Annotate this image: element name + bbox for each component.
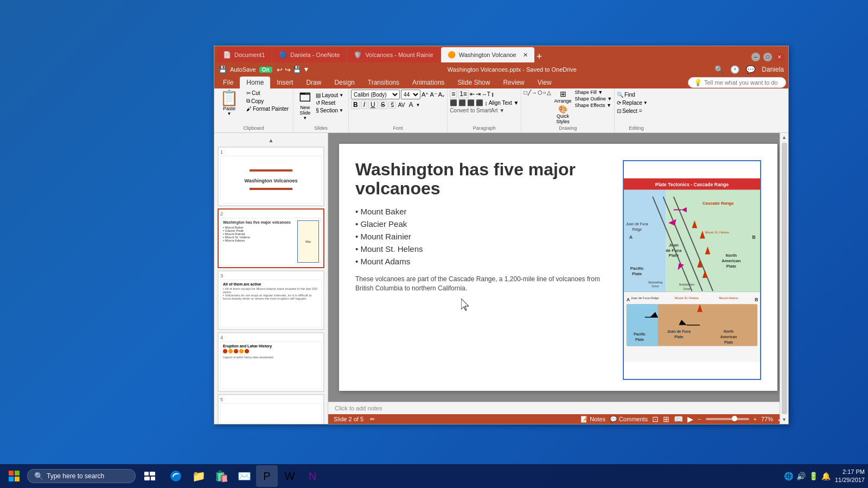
edge-icon[interactable] (165, 465, 187, 487)
powerpoint-taskbar-icon[interactable]: P (256, 465, 278, 487)
align-right-btn[interactable]: ⬛ (467, 99, 475, 106)
slide-thumb-1[interactable]: 1 Washington Volcanoes (218, 147, 324, 206)
user-search-icon[interactable]: 🔍 (714, 65, 724, 74)
shape-arrow[interactable]: → (532, 90, 537, 96)
shape-more[interactable]: ⬡ (538, 90, 542, 96)
mail-icon[interactable]: ✉️ (233, 465, 255, 487)
maximize-btn[interactable]: □ (763, 53, 772, 61)
more-options-btn[interactable]: ▼ (303, 66, 310, 73)
tab-volcanoes-rainie[interactable]: 🛡️ Volcanoes - Mount Rainie (347, 47, 439, 62)
clear-format-btn[interactable]: Aᵥ (438, 91, 445, 98)
notes-btn[interactable]: 📝 Notes (580, 416, 605, 423)
align-center-btn[interactable]: ⬛ (458, 99, 466, 106)
font-size-increase-btn[interactable]: A⁺ (422, 91, 429, 98)
tell-me-input[interactable] (704, 79, 780, 86)
normal-view-btn[interactable]: ⊡ (652, 415, 659, 423)
shape-effects-btn[interactable]: Shape Effects ▼ (575, 103, 612, 108)
tab-slideshow[interactable]: Slide Show (451, 77, 496, 88)
cut-button[interactable]: ✂ Cut (244, 90, 291, 97)
edit-icon[interactable]: ✏ (370, 416, 375, 423)
task-view-btn[interactable] (139, 465, 161, 487)
zoom-slider[interactable] (706, 418, 749, 420)
layout-button[interactable]: ▤ Layout ▼ (314, 92, 345, 99)
autosave-toggle[interactable]: On (259, 67, 272, 73)
columns-btn[interactable]: ⫿ (492, 91, 494, 97)
list-numbers-btn[interactable]: 1≡ (458, 90, 469, 98)
tab-close-btn[interactable]: ✕ (523, 52, 528, 59)
shape-oval[interactable]: ○ (543, 90, 546, 96)
tab-home[interactable]: Home (240, 77, 270, 88)
replace-button[interactable]: ⟳ Replace ▼ (617, 100, 656, 106)
font-color-area[interactable]: A (407, 101, 414, 109)
tab-review[interactable]: Review (496, 77, 531, 88)
slide-thumb-5[interactable]: 5 (218, 394, 324, 424)
slide-canvas[interactable]: Washington has five major volcanoes • Mo… (339, 144, 777, 391)
reading-view-btn[interactable]: 📖 (674, 415, 683, 423)
indent-increase-btn[interactable]: ⇥ (476, 91, 481, 98)
section-button[interactable]: § Section ▼ (314, 107, 345, 114)
shape-outline-btn[interactable]: Shape Outline ▼ (575, 96, 612, 102)
tab-view[interactable]: View (531, 77, 558, 88)
arrange-button[interactable]: ⊞ Arrange (554, 90, 572, 104)
copy-button[interactable]: ⧉ Copy (244, 97, 291, 105)
list-bullets-btn[interactable]: ≡ (450, 90, 457, 98)
scroll-down-btn[interactable]: ▼ (780, 415, 788, 424)
paste-dropdown[interactable]: ▼ (227, 111, 232, 116)
justify-btn[interactable]: ⬛ (476, 99, 483, 106)
reset-button[interactable]: ↺ Reset (314, 99, 345, 106)
direction-btn[interactable]: ↔T (482, 91, 490, 97)
comments-icon[interactable]: 💬 (746, 65, 755, 74)
battery-icon[interactable]: 🔋 (809, 472, 818, 480)
taskbar-search-box[interactable]: 🔍 Type here to search (27, 469, 136, 483)
quick-styles-button[interactable]: 🎨 Quick Styles (554, 105, 572, 124)
tell-me-box[interactable]: 💡 (688, 77, 786, 88)
tab-insert[interactable]: Insert (270, 77, 299, 88)
panel-scroll-up-btn[interactable]: ▲ (218, 136, 324, 144)
new-slide-dropdown[interactable]: ▼ (303, 116, 307, 121)
italic-btn[interactable]: I (361, 100, 367, 109)
text-direction-btn[interactable]: Align Text ▼ (489, 100, 519, 106)
paste-button[interactable]: 📋 Paste ▼ (216, 90, 242, 117)
start-btn[interactable] (3, 465, 25, 487)
undo-btn[interactable]: ↩ (277, 66, 283, 74)
tab-design[interactable]: Design (328, 77, 361, 88)
explorer-icon[interactable]: 📁 (188, 465, 209, 487)
word-taskbar-icon[interactable]: W (279, 465, 301, 487)
shape-triangle[interactable]: △ (547, 90, 551, 96)
find-button[interactable]: 🔍 Find (617, 92, 656, 98)
history-icon[interactable]: 🕐 (730, 65, 739, 74)
zoom-handle[interactable] (732, 416, 737, 421)
font-family-select[interactable]: Calibri (Body) (351, 90, 400, 99)
shape-line[interactable]: ╱ (528, 90, 531, 96)
align-left-btn[interactable]: ⬛ (450, 99, 457, 106)
tab-onenote[interactable]: 🔵 Daniela - OneNote (272, 47, 346, 62)
shape-rect[interactable]: □ (524, 90, 527, 96)
bold-btn[interactable]: B (351, 100, 360, 109)
tab-draw[interactable]: Draw (299, 77, 328, 88)
notification-icon[interactable]: 🔔 (821, 472, 831, 480)
tab-transitions[interactable]: Transitions (361, 77, 406, 88)
network-icon[interactable]: 🌐 (784, 472, 793, 480)
spacing-btn[interactable]: AV (397, 102, 406, 108)
convert-smartart-btn[interactable]: Convert to SmartArt ▼ (450, 107, 505, 113)
zoom-out-btn[interactable]: − (698, 416, 701, 422)
minimize-btn[interactable]: ─ (751, 53, 760, 61)
shadow-btn[interactable]: S̈ (388, 102, 396, 109)
slide-thumb-4[interactable]: 4 Eruption and Lahar History Legend: eru… (218, 332, 324, 392)
slideshow-btn[interactable]: ▶ (687, 415, 693, 423)
line-spacing-btn[interactable]: ↕ (484, 100, 488, 106)
volume-icon[interactable]: 🔊 (796, 472, 806, 480)
slide-thumb-3[interactable]: 3 All of them are active • All of them e… (218, 270, 324, 330)
strikethrough-btn[interactable]: S (379, 100, 387, 109)
redo-btn[interactable]: ↪ (285, 66, 291, 74)
indent-decrease-btn[interactable]: ⇤ (470, 91, 475, 98)
store-icon[interactable]: 🛍️ (210, 465, 232, 487)
onenote-taskbar-icon[interactable]: N (302, 465, 323, 487)
font-size-select[interactable]: 44 (401, 90, 420, 99)
tab-animations[interactable]: Animations (406, 77, 451, 88)
underline-btn[interactable]: U (368, 100, 378, 109)
slide-sorter-btn[interactable]: ⊞ (663, 415, 669, 423)
zoom-in-btn[interactable]: + (754, 416, 757, 422)
notes-bar[interactable]: Click to add notes (328, 402, 788, 414)
close-btn[interactable]: ✕ (775, 53, 784, 61)
